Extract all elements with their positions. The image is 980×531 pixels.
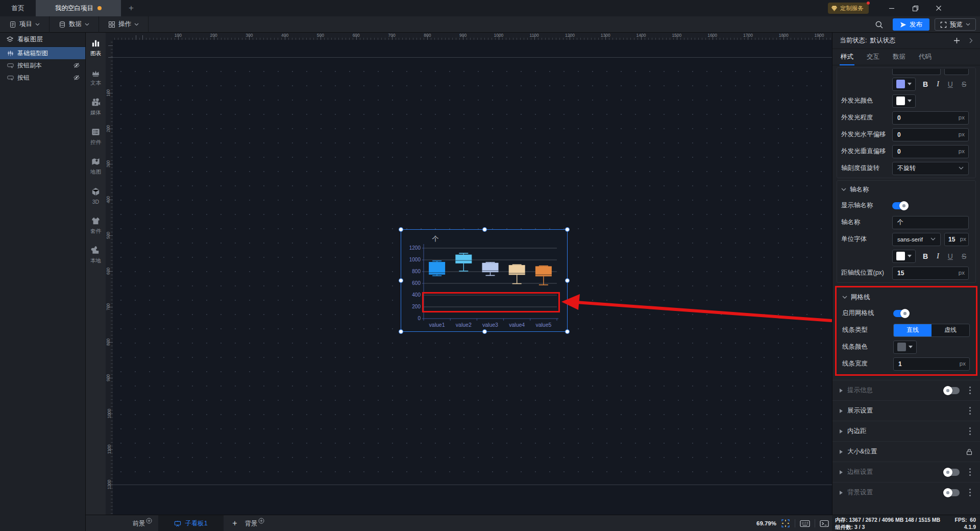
tool-map[interactable]: 地图 <box>86 151 106 181</box>
line-type-solid[interactable]: 直线 <box>894 324 932 336</box>
font-color-picker[interactable] <box>892 78 916 91</box>
tool-text[interactable]: 文本 <box>86 62 106 92</box>
resize-handle-nw[interactable] <box>399 227 403 232</box>
kebab-menu-icon[interactable] <box>969 492 971 493</box>
project-tab[interactable]: 我的空白项目 <box>36 0 121 16</box>
menu-operations[interactable]: 操作 <box>99 16 149 33</box>
svg-text:400: 400 <box>412 292 421 298</box>
maximize-button[interactable] <box>903 0 927 16</box>
eye-off-icon[interactable] <box>73 62 80 69</box>
circled-plus-icon[interactable] <box>258 518 264 524</box>
section-tooltip[interactable]: 提示信息 <box>832 380 980 400</box>
unit-font-select[interactable]: sans-serif <box>892 233 941 246</box>
strikethrough-button[interactable]: S <box>962 80 966 88</box>
new-project-tab-button[interactable]: + <box>121 0 141 16</box>
underline-button[interactable]: U <box>948 252 953 260</box>
axis-offset-input[interactable] <box>892 267 969 280</box>
add-subboard-button[interactable]: + <box>230 515 240 531</box>
line-type-dashed[interactable]: 虚线 <box>932 324 969 336</box>
tool-widgets[interactable]: 控件 <box>86 122 106 151</box>
tab-style[interactable]: 样式 <box>841 49 853 65</box>
layer-item-label: 按钮副本 <box>17 61 69 70</box>
tab-interaction[interactable]: 交互 <box>867 49 879 65</box>
section-size-position[interactable]: 大小&位置 <box>832 441 980 462</box>
bold-button[interactable]: B <box>923 252 928 260</box>
kebab-menu-icon[interactable] <box>969 410 971 412</box>
zoom-level[interactable]: 69.79% <box>756 520 776 526</box>
tool-charts[interactable]: 图表 <box>86 33 106 62</box>
close-button[interactable] <box>927 0 950 16</box>
glow-v-offset-input[interactable] <box>892 145 969 158</box>
kebab-menu-icon[interactable] <box>969 430 971 432</box>
custom-service-badge[interactable]: 定制服务 <box>828 3 869 14</box>
section-display-settings[interactable]: 展示设置 <box>832 400 980 421</box>
minimize-button[interactable] <box>880 0 903 16</box>
ruler-label: 1100 <box>530 33 539 38</box>
line-width-input[interactable] <box>893 357 970 371</box>
kebab-menu-icon[interactable] <box>969 390 971 391</box>
project-tab-label: 我的空白项目 <box>55 4 93 13</box>
italic-button[interactable]: I <box>937 80 939 88</box>
resize-handle-w[interactable] <box>399 278 403 283</box>
italic-button[interactable]: I <box>937 252 939 260</box>
axis-name-section-header[interactable]: 轴名称 <box>841 182 971 197</box>
grid-section-header[interactable]: 网格线 <box>842 289 970 305</box>
boxplot-component-selection[interactable]: 020040060080010001200个value1value2value3… <box>401 229 568 332</box>
section-padding[interactable]: 内边距 <box>832 421 980 441</box>
unit-color-picker[interactable] <box>892 250 916 263</box>
tab-data[interactable]: 数据 <box>893 49 905 65</box>
resize-handle-sw[interactable] <box>399 329 403 334</box>
layer-item-button[interactable]: 按钮 <box>0 71 85 84</box>
resize-handle-se[interactable] <box>565 329 570 334</box>
console-icon[interactable] <box>820 520 829 527</box>
collapse-arrow-icon <box>840 389 843 393</box>
resize-handle-n[interactable] <box>482 227 487 232</box>
axis-name-input[interactable] <box>892 216 969 229</box>
resize-handle-ne[interactable] <box>565 227 570 232</box>
kebab-menu-icon[interactable] <box>969 471 971 473</box>
component-count-stat: 组件数: 3 / 3 <box>835 523 865 530</box>
tool-media[interactable]: 媒体 <box>86 92 106 122</box>
menu-data[interactable]: 数据 <box>50 16 99 33</box>
bold-button[interactable]: B <box>923 80 928 88</box>
state-value: 默认状态 <box>870 36 895 45</box>
border-toggle[interactable] <box>944 469 960 476</box>
lock-icon[interactable] <box>966 448 973 455</box>
home-tab[interactable]: 首页 <box>0 0 36 16</box>
tooltip-toggle[interactable] <box>944 387 960 394</box>
preview-button[interactable]: 预览 <box>935 18 976 31</box>
resize-handle-s[interactable] <box>482 329 487 334</box>
layer-item-button-copy[interactable]: 按钮副本 <box>0 59 85 71</box>
fit-screen-icon[interactable] <box>781 519 790 528</box>
background-toggle[interactable] <box>944 489 960 496</box>
publish-button[interactable]: 发布 <box>893 18 929 31</box>
glow-amount-input[interactable] <box>892 111 969 125</box>
layer-item-boxplot[interactable]: 基础箱型图 <box>0 47 85 59</box>
canvas[interactable]: 1002003004005006007008009001000110012001… <box>106 33 832 515</box>
keyboard-icon[interactable] <box>800 520 810 527</box>
eye-off-icon[interactable] <box>73 74 80 81</box>
resize-handle-e[interactable] <box>565 278 570 283</box>
chevron-right-icon[interactable] <box>969 38 973 43</box>
glow-h-offset-input[interactable] <box>892 128 969 141</box>
search-icon[interactable] <box>875 20 884 29</box>
foreground-button[interactable]: 前景 <box>133 515 152 531</box>
enable-grid-toggle[interactable] <box>893 310 909 317</box>
tab-code[interactable]: 代码 <box>919 49 932 65</box>
line-color-picker[interactable] <box>893 341 917 354</box>
circled-plus-icon[interactable] <box>146 518 152 524</box>
background-button[interactable]: 背景 <box>245 515 264 531</box>
glow-color-picker[interactable] <box>892 94 916 108</box>
section-border-settings[interactable]: 边框设置 <box>832 462 980 482</box>
tool-kit[interactable]: 套件 <box>86 210 106 240</box>
tool-local[interactable]: 本地 <box>86 240 106 270</box>
add-state-icon[interactable] <box>953 37 960 44</box>
strikethrough-button[interactable]: S <box>962 252 966 260</box>
show-axis-name-toggle[interactable] <box>892 202 908 209</box>
tool-3d[interactable]: 3D <box>86 181 106 210</box>
underline-button[interactable]: U <box>948 80 953 88</box>
section-background-settings[interactable]: 背景设置 <box>832 482 980 502</box>
menu-project[interactable]: 项目 <box>0 16 50 33</box>
subboard-tab[interactable]: 子看板1 <box>158 515 224 531</box>
tick-rotate-select[interactable]: 不旋转 <box>892 162 969 175</box>
